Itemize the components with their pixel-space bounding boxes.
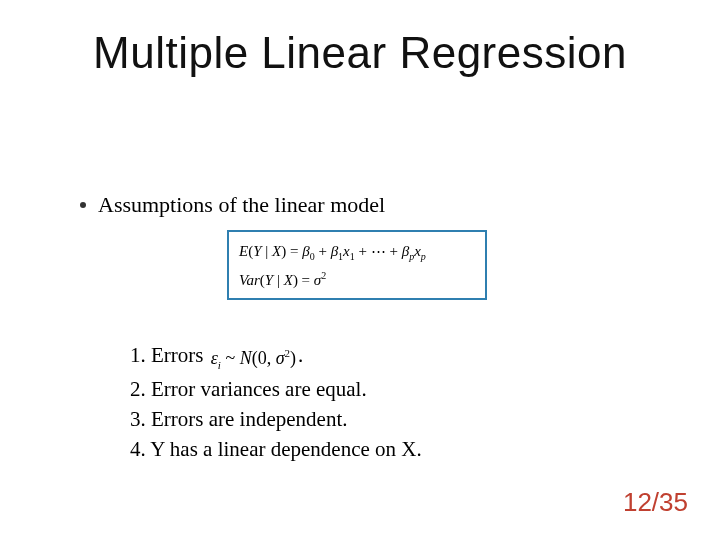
assumption-4: 4. Y has a linear dependence on X. (130, 434, 422, 464)
slide-title: Multiple Linear Regression (0, 28, 720, 78)
equation-variance: Var(Y | X) = σ2 (239, 269, 475, 291)
page-number: 12/35 (623, 487, 688, 518)
bullet-item: Assumptions of the linear model (80, 192, 385, 218)
bullet-dot-icon (80, 202, 86, 208)
assumption-2: 2. Error variances are equal. (130, 374, 422, 404)
equation-expectation: E(Y | X) = β0 + β1x1 + ⋯ + βpxp (239, 241, 475, 264)
assumption-list: 1. Errors εi ~ N(0, σ2). 2. Error varian… (130, 340, 422, 465)
assumption-1-suffix: . (298, 343, 303, 367)
bullet-text: Assumptions of the linear model (98, 192, 385, 218)
assumption-1: 1. Errors εi ~ N(0, σ2). (130, 340, 422, 374)
assumption-1-expr: εi ~ N(0, σ2) (209, 345, 298, 374)
assumption-1-prefix: 1. Errors (130, 343, 209, 367)
assumption-3: 3. Errors are independent. (130, 404, 422, 434)
equation-box: E(Y | X) = β0 + β1x1 + ⋯ + βpxp Var(Y | … (227, 230, 487, 300)
slide: Multiple Linear Regression Assumptions o… (0, 0, 720, 540)
